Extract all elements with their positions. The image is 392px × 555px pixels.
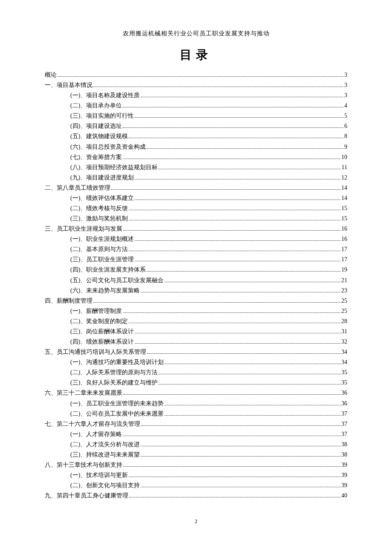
- toc-entry-label: (五)、建筑物建设规模: [70, 131, 128, 142]
- toc-dot-leader: [123, 127, 343, 128]
- toc-entry[interactable]: (二)、项目承办单位4: [45, 101, 347, 111]
- toc-entry[interactable]: (二)、绩效考核与反馈15: [45, 203, 347, 214]
- toc-dot-leader: [147, 353, 340, 354]
- toc-entry-label: (一)、沟通技巧的重要性及培训计划: [70, 357, 164, 367]
- toc-entry[interactable]: 九、第四十章员工身心健康管理40: [45, 491, 347, 501]
- toc-dot-leader: [164, 415, 340, 416]
- toc-entry[interactable]: (一)、沟通技巧的重要性及培训计划34: [45, 357, 347, 367]
- document-page: 农用搬运机械相关行业公司员工职业发展支持与推动 目录 概论3一、项目基本情况3(…: [0, 0, 392, 538]
- toc-entry[interactable]: (三)、良好人际关系的建立与维护35: [45, 378, 347, 388]
- toc-dot-leader: [141, 97, 343, 97]
- toc-dot-leader: [141, 292, 340, 292]
- toc-entry[interactable]: (一)、绩效评估体系建立14: [45, 193, 347, 203]
- toc-entry[interactable]: (一)、员工职业生涯管理的未来趋势36: [45, 399, 347, 409]
- page-header: 农用搬运机械相关行业公司员工职业发展支持与推动: [45, 30, 347, 38]
- toc-entry[interactable]: 八、第十三章技术与创新支持39: [45, 460, 347, 470]
- toc-entry[interactable]: 一、项目基本情况3: [45, 80, 347, 90]
- toc-entry[interactable]: (二)、奖金制度的制定28: [45, 316, 347, 327]
- toc-entry-label: 概论: [45, 70, 57, 80]
- toc-entry[interactable]: (一)、薪酬管理制度25: [45, 306, 347, 316]
- toc-entry-label: (二)、公司在员工发展中的未来愿景: [70, 409, 164, 419]
- toc-entry[interactable]: 五、员工沟通技巧培训与人际关系管理34: [45, 347, 347, 357]
- toc-entry[interactable]: (三)、项目实施的可行性5: [45, 111, 347, 121]
- toc-entry[interactable]: (三)、激励与奖惩机制15: [45, 214, 347, 224]
- toc-entry[interactable]: 概论3: [45, 70, 347, 80]
- toc-entry-label: (四)、绩效薪酬体系设计: [70, 337, 134, 347]
- toc-entry[interactable]: 四、薪酬制度管理25: [45, 296, 347, 306]
- toc-entry-label: (八)、项目预期经济效益规划目标: [70, 162, 158, 173]
- toc-entry-page: 36: [341, 388, 347, 398]
- toc-entry-page: 4: [344, 101, 347, 111]
- toc-entry[interactable]: (一)、职业生涯规划概述16: [45, 234, 347, 244]
- toc-entry-page: 9: [344, 142, 347, 152]
- toc-dot-leader: [159, 169, 340, 169]
- toc-entry[interactable]: (六)、未来趋势与发展策略23: [45, 286, 347, 296]
- toc-dot-leader: [141, 425, 340, 426]
- toc-entry-page: 28: [341, 316, 347, 327]
- toc-entry-label: 八、第十三章技术与创新支持: [45, 460, 122, 470]
- toc-entry[interactable]: (一)、人才留存策略37: [45, 429, 347, 439]
- toc-entry[interactable]: 六、第三十二章未来发展愿景36: [45, 388, 347, 398]
- toc-dot-leader: [135, 179, 340, 179]
- toc-dot-leader: [135, 343, 340, 344]
- toc-entry-page: 25: [341, 296, 347, 306]
- toc-dot-leader: [123, 394, 340, 395]
- toc-dot-leader: [135, 333, 340, 333]
- toc-entry-label: (三)、良好人际关系的建立与维护: [70, 378, 158, 388]
- toc-entry-page: 16: [341, 234, 347, 244]
- toc-entry-label: (二)、人才流失分析与改进: [70, 439, 140, 450]
- toc-entry[interactable]: (二)、人才流失分析与改进38: [45, 439, 347, 450]
- toc-entry-page: 37: [341, 409, 347, 419]
- toc-entry-page: 11: [342, 162, 347, 173]
- toc-entry[interactable]: 二、第八章员工绩效管理14: [45, 183, 347, 193]
- toc-dot-leader: [123, 230, 340, 231]
- toc-entry[interactable]: (七)、资金筹措方案10: [45, 152, 347, 162]
- toc-entry[interactable]: (三)、员工职业生涯管理17: [45, 254, 347, 265]
- toc-entry-label: (四)、职业生涯发展支持体系: [70, 265, 146, 275]
- toc-entry-label: (七)、资金筹措方案: [70, 152, 122, 162]
- toc-dot-leader: [93, 87, 343, 87]
- toc-entry[interactable]: (四)、绩效薪酬体系设计32: [45, 337, 347, 347]
- toc-dot-leader: [129, 477, 340, 477]
- toc-entry[interactable]: 七、第二十六章人才留存与流失管理37: [45, 419, 347, 429]
- toc-entry[interactable]: (二)、创新文化与项目支持39: [45, 480, 347, 491]
- toc-entry-label: (九)、项目建设进度规划: [70, 173, 134, 183]
- toc-entry[interactable]: (二)、人际关系管理的原则与方法35: [45, 367, 347, 378]
- toc-dot-leader: [129, 138, 343, 138]
- toc-entry[interactable]: (八)、项目预期经济效益规划目标11: [45, 162, 347, 173]
- toc-entry[interactable]: (五)、公司文化与员工职业发展融合21: [45, 275, 347, 286]
- toc-title: 目录: [45, 47, 347, 63]
- toc-entry[interactable]: (九)、项目建设进度规划12: [45, 173, 347, 183]
- toc-entry-page: 17: [341, 254, 347, 265]
- toc-entry-label: 一、项目基本情况: [45, 80, 92, 90]
- toc-entry-page: 6: [344, 121, 347, 131]
- toc-entry-label: (三)、员工职业生涯管理: [70, 254, 134, 265]
- toc-entry-label: (三)、项目实施的可行性: [70, 111, 134, 121]
- toc-entry[interactable]: 三、员工职业生涯规划与发展16: [45, 224, 347, 234]
- toc-entry[interactable]: (二)、基本原则与方法17: [45, 244, 347, 254]
- toc-entry-page: 35: [341, 378, 347, 388]
- toc-entry-label: (三)、持续改进与未来展望: [70, 450, 140, 460]
- toc-entry[interactable]: (三)、岗位薪酬体系设计31: [45, 327, 347, 337]
- toc-entry[interactable]: (一)、技术培训与更新39: [45, 470, 347, 480]
- toc-entry-label: (一)、薪酬管理制度: [70, 306, 122, 316]
- toc-dot-leader: [123, 159, 340, 159]
- toc-entry[interactable]: (一)、项目名称及建设性质3: [45, 90, 347, 101]
- toc-dot-leader: [141, 487, 340, 487]
- toc-entry[interactable]: (六)、项目总投资及资金构成9: [45, 142, 347, 152]
- page-number: 2: [45, 518, 347, 525]
- toc-entry[interactable]: (五)、建筑物建设规模8: [45, 131, 347, 142]
- toc-entry[interactable]: (四)、项目建设选址6: [45, 121, 347, 131]
- toc-entry-label: (二)、绩效考核与反馈: [70, 203, 128, 214]
- toc-entry-label: (二)、人际关系管理的原则与方法: [70, 367, 158, 378]
- toc-entry[interactable]: (三)、持续改进与未来展望38: [45, 450, 347, 460]
- toc-entry-page: 38: [341, 439, 347, 450]
- toc-dot-leader: [147, 271, 340, 272]
- toc-entry-page: 35: [341, 367, 347, 378]
- toc-entry-page: 37: [341, 419, 347, 429]
- toc-dot-leader: [129, 220, 340, 220]
- toc-dot-leader: [123, 107, 343, 107]
- toc-entry[interactable]: (四)、职业生涯发展支持体系19: [45, 265, 347, 275]
- toc-entry-label: (四)、项目建设选址: [70, 121, 122, 131]
- toc-entry[interactable]: (二)、公司在员工发展中的未来愿景37: [45, 409, 347, 419]
